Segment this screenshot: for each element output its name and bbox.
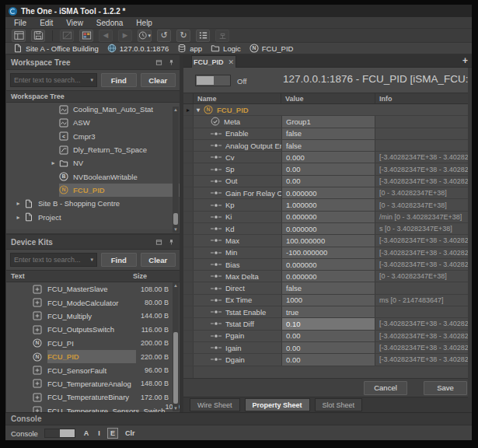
tab-slot-sheet[interactable]: Slot Sheet: [315, 398, 363, 411]
undo-button[interactable]: ↺: [157, 30, 171, 42]
tree-item-fcu_pid[interactable]: NFCU_PID: [6, 184, 180, 197]
property-value-cell[interactable]: 0.00: [281, 342, 375, 353]
tree-item-nvbooleanwritable[interactable]: BNVBooleanWritable: [6, 170, 180, 183]
property-row-kp[interactable]: Kp1.000000[0 - 3.40282347E+38]: [183, 199, 472, 211]
kit-item-fcu_masterslave[interactable]: FCU_MasterSlave108.00 B: [6, 282, 180, 296]
property-value-cell[interactable]: false: [281, 128, 375, 139]
redo-button[interactable]: ↻: [176, 30, 190, 42]
console-button-clr[interactable]: Clr: [123, 429, 138, 438]
close-icon[interactable]: ✕: [228, 58, 234, 66]
property-value-cell[interactable]: 0.00: [281, 163, 375, 174]
menu-edit[interactable]: Edit: [40, 19, 53, 27]
expander-icon[interactable]: ▸: [12, 200, 24, 207]
kit-item-fcu_temperaturebinary[interactable]: FCU_TemperatureBinary172.00 B: [6, 390, 180, 404]
kits-clear-button[interactable]: Clear: [141, 253, 176, 267]
property-value-cell[interactable]: false: [281, 140, 375, 151]
tree-item-cooling_man_auto_stat[interactable]: Cooling_Man_Auto_Stat: [6, 103, 180, 116]
property-value-cell[interactable]: 1000: [281, 295, 375, 306]
property-row-ex-time[interactable]: Ex Time1000ms [0 - 2147483647]: [183, 295, 472, 306]
workspace-scrollbar[interactable]: ▲ ▼: [173, 107, 179, 233]
status-toggle[interactable]: [195, 75, 231, 86]
property-value-cell[interactable]: true: [281, 306, 375, 317]
property-row-gain-for-relay-outputs[interactable]: Gain For Relay Outputs0.000000[0 - 3.402…: [183, 187, 472, 199]
kit-item-fcu_pid[interactable]: NFCU_PID220.00 B: [6, 350, 180, 363]
property-row-meta[interactable]: MetaGroup1: [183, 116, 472, 128]
property-row-sp[interactable]: Sp0.00[-3.40282347E+38 - 3.4028234...: [183, 163, 472, 175]
breadcrumb-item[interactable]: app: [177, 44, 202, 53]
console-button-i[interactable]: I: [96, 429, 103, 438]
property-value-cell[interactable]: 100.000000: [281, 235, 375, 246]
property-row-max[interactable]: Max100.000000[-3.40282347E+38 - 3.402823…: [183, 235, 472, 247]
menu-sedona[interactable]: Sedona: [96, 19, 123, 27]
property-row-kd[interactable]: Kd0.000000s [0 - 3.40282347E+38]: [183, 223, 472, 235]
scroll-down-icon[interactable]: ▼: [173, 226, 179, 233]
property-value-cell[interactable]: 0.00: [281, 354, 375, 365]
column-name[interactable]: Name: [194, 93, 281, 103]
menu-view[interactable]: View: [66, 19, 83, 27]
expander-icon[interactable]: ▸: [12, 214, 24, 221]
tab-fcu-pid[interactable]: FCU_PID ✕: [191, 55, 236, 68]
property-row-ki[interactable]: Ki0.000000/min [0 - 3.40282347E+38]: [183, 212, 472, 223]
chevron-down-icon[interactable]: ▾: [90, 257, 96, 263]
scrollbar-thumb[interactable]: [173, 332, 178, 404]
column-info[interactable]: Info: [375, 93, 472, 103]
add-tab-button[interactable]: +: [462, 55, 468, 66]
workspace-find-button[interactable]: Find: [101, 73, 137, 87]
property-row-max-delta[interactable]: Max Delta0.000000[0 - 3.40282347E+38]: [183, 271, 472, 282]
property-row-direct[interactable]: Directfalse: [183, 282, 472, 294]
property-value-cell[interactable]: 0.00: [281, 331, 375, 341]
kit-item-fcu_temperatureanalog[interactable]: FCU_TemperatureAnalog148.00 B: [6, 377, 180, 390]
tree-item-nv[interactable]: ▸NV: [6, 156, 180, 170]
kits-find-button[interactable]: Find: [101, 253, 137, 267]
tree-item-asw[interactable]: ASW: [6, 116, 180, 129]
expander-icon[interactable]: ▾: [197, 107, 200, 114]
scroll-up-icon[interactable]: ▲: [173, 107, 179, 113]
property-row-min[interactable]: Min-100.000000[-3.40282347E+38 - 3.40282…: [183, 247, 472, 259]
column-value[interactable]: Value: [281, 93, 375, 103]
property-value-cell[interactable]: 1.000000: [281, 199, 375, 210]
kit-item-fcu_pi[interactable]: NFCU_PI200.00 B: [6, 337, 180, 350]
save-workspace-button[interactable]: [31, 30, 45, 42]
property-value-cell[interactable]: false: [281, 282, 375, 293]
kit-item-fcu_outputsswitch[interactable]: FCU_OutputsSwitch116.00 B: [6, 323, 180, 336]
console-button-a[interactable]: A: [82, 429, 92, 438]
save-button[interactable]: Save: [424, 381, 467, 395]
property-value-cell[interactable]: Group1: [281, 116, 375, 127]
right-scroll-track[interactable]: [468, 68, 472, 397]
property-row-pgain[interactable]: Pgain0.00[-3.40282347E+38 - 3.4028234...: [183, 331, 472, 342]
property-value-cell[interactable]: 0.000: [281, 152, 375, 163]
kit-item-fcu_temperature_sensors_switch[interactable]: FCU_Temperature_Sensors_Switch108.00 B: [6, 404, 180, 412]
tree-item-site b - shopping centre[interactable]: ▸Site B - Shopping Centre: [6, 197, 180, 210]
show-list-button[interactable]: [196, 30, 210, 42]
panel-pin-icon[interactable]: [168, 239, 175, 246]
tab-property-sheet[interactable]: Property Sheet: [245, 398, 310, 411]
scroll-up-icon[interactable]: ▲: [173, 282, 179, 289]
property-value-cell[interactable]: 0.10: [281, 318, 375, 329]
breadcrumb-item[interactable]: 127.0.0.1:1876: [107, 44, 169, 53]
panel-pin-icon[interactable]: [168, 59, 175, 66]
kits-search-input[interactable]: [11, 256, 90, 264]
chevron-down-icon[interactable]: ▾: [148, 33, 151, 39]
property-row-tstat-enable[interactable]: Tstat Enabletrue: [183, 306, 472, 318]
property-value-cell[interactable]: 0.000000: [281, 187, 375, 198]
expander-icon[interactable]: ▸: [47, 159, 59, 166]
console-level-slider[interactable]: [44, 429, 75, 438]
property-row-cv[interactable]: Cv0.000[-3.40282347E+38 - 3.4028234...: [183, 152, 472, 163]
menu-file[interactable]: File: [14, 19, 26, 27]
workspace-window-button[interactable]: [12, 30, 26, 42]
property-row-fcu_pid[interactable]: ▸▾NFCU_PID: [183, 104, 472, 116]
property-row-bias[interactable]: Bias0.000000[-3.40282347E+38 - 3.4028234…: [183, 259, 472, 271]
breadcrumb-item[interactable]: Logic: [211, 44, 241, 53]
console-button-e[interactable]: E: [107, 428, 118, 439]
tree-item-project[interactable]: ▸Project: [6, 210, 180, 223]
property-row-igain[interactable]: Igain0.00[-3.40282347E+38 - 3.4028234...: [183, 342, 472, 354]
kits-scrollbar[interactable]: ▲ ▼: [173, 282, 179, 411]
panel-restore-icon[interactable]: [155, 59, 162, 66]
property-row-tstat-diff[interactable]: Tstat Diff0.10[-3.40282347E+38 - 3.40282…: [183, 318, 472, 330]
property-value-cell[interactable]: 0.00: [281, 176, 375, 187]
property-value-cell[interactable]: 0.000000: [281, 212, 375, 222]
property-row-analog-output-enable[interactable]: Analog Output Enablefalse: [183, 140, 472, 152]
workspace-clear-button[interactable]: Clear: [141, 73, 176, 87]
breadcrumb-item[interactable]: Site A - Office Building: [13, 44, 99, 53]
chevron-down-icon[interactable]: ▾: [90, 77, 96, 83]
